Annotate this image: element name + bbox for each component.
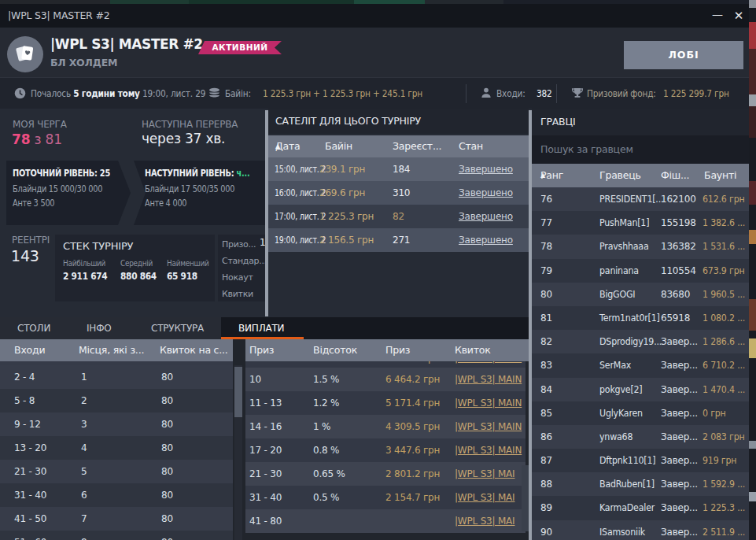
player-row[interactable]: 89 KarmaDealer Завер... 1 225.3 ... [532,496,749,520]
col-player[interactable]: Гравець [599,164,641,187]
col-places[interactable]: Місця, які з... [79,339,144,361]
entries-rows: 2 - 4 1 80 5 - 8 2 80 9 - 12 3 80 [0,365,233,540]
col-entries[interactable]: Входи [14,339,45,361]
players-rows: 76 PRESIDENT1[... 162100 612.6 грн 77 Pu… [532,187,749,540]
satellite-row[interactable]: 19:00, лист. 2 2 156.5 грн 271 Завершено [268,228,529,252]
bg-fragment [749,441,756,449]
started-text: Почалось 5 години тому 19:00, лист. 29 [31,78,205,109]
col-bounty[interactable]: Баунті [704,164,736,187]
entries-row[interactable]: 5 - 8 2 80 [0,389,233,412]
satellite-registered: 82 [393,205,404,228]
payout-row[interactable]: 31 - 40 0.5 % 2 154.7 грн |WPL S3| MAI [245,486,526,509]
player-row[interactable]: 86 ynwa68 Завер... 2 083 грн [532,425,749,449]
col-registered[interactable]: Зареєст... [393,135,441,157]
tab-tables[interactable]: СТОЛИ [17,317,50,339]
player-row[interactable]: 79 paninana 110554 673.9 грн [532,259,749,283]
bg-fragment [749,492,756,501]
payout-row[interactable]: 10 1.5 % 6 464.2 грн |WPL S3| MAIN [245,368,526,391]
player-row[interactable]: 85 UglyKaren Завер... 0 грн [532,401,749,425]
entries-row[interactable]: 9 - 12 3 80 [0,412,233,436]
my-queue-label: МОЯ ЧЕРГА [13,119,67,130]
player-name: Term1nat0r[1] [599,306,660,330]
entries-row[interactable]: 21 - 30 5 80 [0,460,233,483]
payout-ticket-link[interactable]: |WPL S3| MAIN [455,361,526,368]
next-level-title: НАСТУПНИЙ РІВЕНЬ: ч... [145,168,245,179]
minimize-button[interactable]: — [709,4,726,28]
satellite-row[interactable]: 16:00, лист. 2 269.6 грн 310 Завершено [268,181,529,205]
entries-row[interactable]: 13 - 20 4 80 [0,436,233,460]
satellite-state-link[interactable]: Завершено [459,157,513,181]
player-bounty: 1 531.6 ... [703,235,745,258]
satellite-state-link[interactable]: Завершено [459,228,513,252]
payout-ticket-link[interactable]: |WPL S3| MAIN [455,438,526,462]
window-titlebar[interactable]: |WPL S3| MASTER #2 — ✕ [0,4,749,28]
col-state[interactable]: Стан [459,135,483,157]
satellite-row[interactable]: 17:00, лист. 2 1 225.3 грн 82 Завершено [268,205,529,228]
payout-scrollbar-thumb[interactable] [522,465,529,531]
players-table-header: Ранг ▲ Гравець Фіш... Баунті [532,164,749,187]
tournament-icon [7,36,43,72]
player-chips: Завер... [661,353,698,377]
player-row[interactable]: 78 Pravshhaaa 136382 1 531.6 ... [532,235,749,258]
payout-row[interactable]: 14 - 16 1 % 4 309.5 грн |WPL S3| MAIN [245,415,526,438]
payout-row[interactable]: 17 - 20 0.8 % 3 447.6 грн |WPL S3| MAIN [245,438,526,462]
player-row[interactable]: 90 ISamsoniik Завер... 2 511.9 ... [532,520,749,540]
next-level-ante: Анте 4 000 [145,198,245,209]
col-percent[interactable]: Відсоток [313,339,357,361]
payout-ticket-link[interactable]: |WPL S3| MAI [455,509,526,533]
tab-structure[interactable]: СТРУКТУРА [151,317,204,339]
entries-row[interactable]: 41 - 50 7 80 [0,507,233,531]
entries-place: 4 [81,436,87,460]
player-row[interactable]: 81 Term1nat0r[1] 65918 1 080.2 ... [532,306,749,330]
player-search-placeholder: Пошук за гравцем [540,135,633,164]
satellite-state-link[interactable]: Завершено [459,181,513,205]
player-row[interactable]: 88 BadRuben[1] Завер... 1 592.9 ... [532,472,749,496]
col-ticket[interactable]: Квиток на с... [160,339,228,361]
next-level-box: НАСТУПНИЙ РІВЕНЬ: ч... Блайнди 17 500/35… [134,161,265,225]
player-bounty: 1 960.5 ... [703,283,745,306]
payout-ticket-link[interactable]: |WPL S3| MAIN [455,391,526,415]
satellite-row[interactable]: 15:00, лист. 2 239.1 грн 184 Завершено [268,157,529,181]
player-row[interactable]: 83 SerMax Завер... 6 710.2 ... [532,353,749,377]
player-row[interactable]: 77 PushMan[1] 155198 1 382.6 ... [532,211,749,235]
payout-prize: 5 171.4 грн [385,391,440,415]
payout-ticket-link[interactable]: |WPL S3| MAIN [455,368,526,391]
close-button[interactable]: ✕ [729,4,748,28]
entries-row[interactable]: 2 - 4 1 80 [0,365,233,389]
prize-type-item: Нокаут [218,270,265,287]
col-prize[interactable]: Приз [385,339,410,361]
player-rank: 81 [540,306,552,330]
payout-percent: 0.5 % [313,486,339,509]
col-ticket[interactable]: Квиток [455,339,491,361]
tournament-header: |WPL S3| MASTER #2 АКТИВНИЙ БЛ ХОЛДЕМ ЛО… [0,28,749,77]
prize-type-item: Стандар... [218,253,265,270]
payout-row[interactable]: 21 - 30 0.65 % 2 801.2 грн |WPL S3| MAI [245,462,526,486]
payout-place: 10 [249,368,261,391]
tab-info[interactable]: ІНФО [87,317,112,339]
player-row[interactable]: 84 pokgve[2] Завер... 1 470.4 ... [532,378,749,401]
player-row[interactable]: 82 DSprodigy19... Завер... 1 286.6 ... [532,330,749,353]
player-search-input[interactable]: Пошук за гравцем [532,135,749,164]
player-row[interactable]: 80 BigGOGI 83680 1 960.5 ... [532,283,749,306]
lobby-button[interactable]: ЛОБІ [624,41,743,69]
entries-scrollbar[interactable] [234,365,242,540]
player-chips: 83680 [661,283,690,306]
payout-row[interactable]: 41 - 80 |WPL S3| MAI [245,509,526,533]
payout-ticket-link[interactable]: |WPL S3| MAI [455,486,526,509]
payout-ticket-link[interactable]: |WPL S3| MAIN [455,415,526,438]
col-buyin[interactable]: Байін [325,135,352,157]
entries-scrollbar-thumb[interactable] [234,367,242,417]
reentry-label: РЕЕНТРІ [12,235,50,246]
entries-row[interactable]: 31 - 40 6 80 [0,483,233,507]
player-name: Dftpnk110[1] [599,449,655,472]
col-chips[interactable]: Фіш... [661,164,689,187]
payout-row[interactable]: 11 - 13 1.2 % 5 171.4 грн |WPL S3| MAIN [245,391,526,415]
tab-payouts[interactable]: ВИПЛАТИ [238,317,284,339]
player-row[interactable]: 76 PRESIDENT1[... 162100 612.6 грн [532,187,749,211]
entries-row[interactable]: 51 - 60 8 80 [0,531,233,540]
reentry-value: 143 [11,247,39,264]
col-prize-place[interactable]: Приз [249,339,274,361]
satellite-state-link[interactable]: Завершено [459,205,513,228]
player-row[interactable]: 87 Dftpnk110[1] Завер... 919 грн [532,449,749,472]
payout-ticket-link[interactable]: |WPL S3| MAI [455,462,526,486]
